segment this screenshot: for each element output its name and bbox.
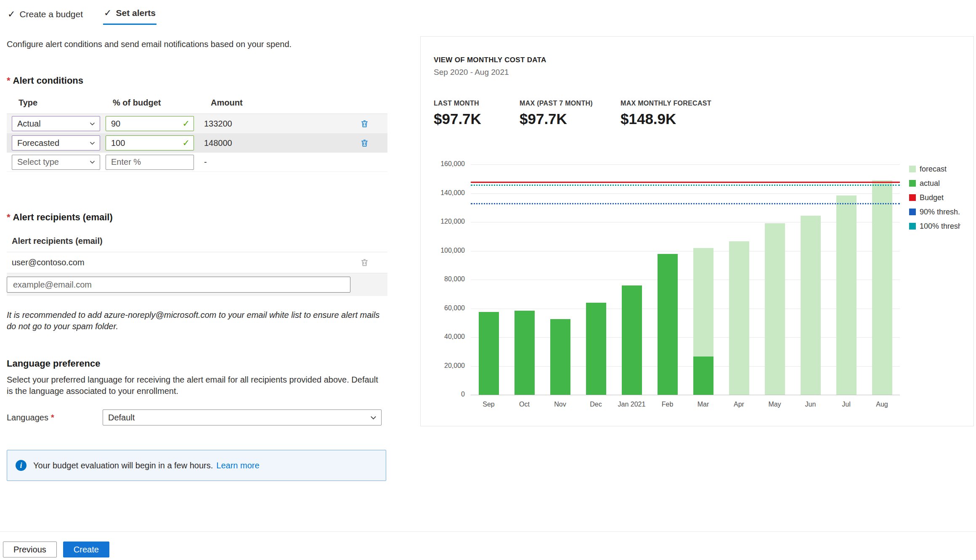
x-tick-label: Jun <box>793 401 828 408</box>
percent-of-budget-input[interactable] <box>106 116 194 131</box>
trash-icon <box>360 139 369 148</box>
info-banner: i Your budget evaluation will begin in a… <box>7 450 386 481</box>
condition-row: Forecasted ✓ 148000 <box>7 133 387 153</box>
footer-buttons: Previous Create <box>3 542 109 557</box>
y-tick-label: 80,000 <box>444 275 465 283</box>
alert-conditions-table: Type % of budget Amount Actual ✓ 133200 … <box>7 98 387 172</box>
label-text: Languages <box>7 413 48 422</box>
amount-value: 133200 <box>204 119 359 129</box>
bar-group <box>578 164 614 395</box>
bar-group <box>507 164 542 395</box>
valid-check-icon: ✓ <box>182 138 190 148</box>
chart-stats: LAST MONTH$97.7KMAX (PAST 7 MONTH)$97.7K… <box>434 100 960 127</box>
column-header-percent: % of budget <box>112 98 201 108</box>
bar-group <box>793 164 828 395</box>
y-tick-label: 0 <box>461 391 465 398</box>
required-asterisk: * <box>51 413 54 422</box>
recipient-input-row <box>7 273 387 296</box>
y-tick-label: 120,000 <box>440 218 465 225</box>
legend-swatch <box>909 209 916 215</box>
y-tick-label: 40,000 <box>444 333 465 341</box>
heading-text: Alert conditions <box>13 75 83 86</box>
actual-bar <box>693 357 713 395</box>
alert-type-select[interactable]: Actual <box>12 116 100 131</box>
language-row: Languages* Default <box>7 409 387 425</box>
cost-chart-panel: VIEW OF MONTHLY COST DATA Sep 2020 - Aug… <box>420 36 974 426</box>
select-placeholder: Select type <box>17 157 59 167</box>
forecast-bar <box>729 241 749 395</box>
y-tick-label: 160,000 <box>440 160 465 168</box>
x-tick-label: Mar <box>685 401 721 408</box>
stat-value: $97.7K <box>520 111 621 127</box>
stat-label: LAST MONTH <box>434 100 520 107</box>
tab-set-alerts[interactable]: ✓ Set alerts <box>103 6 156 25</box>
condition-row: Actual ✓ 133200 <box>7 114 387 133</box>
x-tick-label: Apr <box>721 401 757 408</box>
language-select[interactable]: Default <box>103 409 382 425</box>
forecast-bar <box>836 195 857 395</box>
bar-group <box>757 164 793 395</box>
x-tick-label: Dec <box>578 401 614 408</box>
chevron-down-icon <box>370 414 377 421</box>
stat-value: $148.9K <box>621 111 711 127</box>
actual-bar <box>586 303 606 395</box>
info-icon: i <box>16 460 27 471</box>
chart-region: 020,00040,00060,00080,000100,000120,0001… <box>434 164 960 408</box>
chevron-down-icon <box>89 140 95 146</box>
delete-condition-button[interactable] <box>359 119 370 129</box>
tab-create-a-budget[interactable]: ✓ Create a budget <box>7 7 84 25</box>
chevron-down-icon <box>89 121 95 127</box>
amount-value: - <box>204 157 387 167</box>
forecast-bar <box>801 216 821 395</box>
condition-row-empty: Select type - <box>7 153 387 172</box>
legend-swatch <box>909 166 916 172</box>
percent-of-budget-input[interactable] <box>106 135 194 151</box>
amount-value: 148000 <box>204 138 359 148</box>
learn-more-link[interactable]: Learn more <box>216 461 259 470</box>
recipient-email: user@contoso.com <box>12 258 85 267</box>
delete-recipient-button[interactable] <box>359 257 370 268</box>
create-button[interactable]: Create <box>63 542 109 557</box>
alert-type-select[interactable]: Select type <box>12 155 100 170</box>
chart-subtitle: Sep 2020 - Aug 2021 <box>434 68 960 77</box>
select-value: Forecasted <box>17 138 59 148</box>
x-tick-label: Feb <box>650 401 685 408</box>
legend-label: 90% thresh... <box>920 208 960 217</box>
trash-icon <box>360 258 369 267</box>
bars <box>471 164 900 395</box>
legend-label: forecast <box>920 165 947 174</box>
alert-conditions-heading: *Alert conditions <box>7 75 387 86</box>
x-tick-label: May <box>757 401 793 408</box>
delete-condition-button[interactable] <box>359 138 370 148</box>
heading-text: Alert recipients (email) <box>13 212 113 222</box>
bar-group <box>650 164 685 395</box>
banner-text: Your budget evaluation will begin in a f… <box>33 461 213 470</box>
stat-value: $97.7K <box>434 111 520 127</box>
bar-group <box>614 164 650 395</box>
column-header-amount: Amount <box>211 98 243 108</box>
legend-item: actual <box>909 179 960 188</box>
required-asterisk: * <box>7 212 11 222</box>
x-tick-label: Oct <box>507 401 542 408</box>
stat-block: LAST MONTH$97.7K <box>434 100 520 127</box>
percent-of-budget-input[interactable] <box>106 155 194 170</box>
chart-title: VIEW OF MONTHLY COST DATA <box>434 56 960 64</box>
new-recipient-email-input[interactable] <box>7 277 350 293</box>
actual-bar <box>515 311 535 395</box>
tab-label: Create a budget <box>19 9 83 19</box>
actual-bar <box>550 319 570 395</box>
legend-label: Budget <box>920 193 944 202</box>
chart-legend: forecastactualBudget90% thresh...100% th… <box>909 164 960 408</box>
stat-block: MAX MONTHLY FORECAST$148.9K <box>621 100 711 127</box>
legend-item: forecast <box>909 164 960 174</box>
y-axis-labels: 020,00040,00060,00080,000100,000120,0001… <box>434 164 467 395</box>
column-header-type: Type <box>19 98 107 108</box>
x-tick-label: Sep <box>471 401 507 408</box>
stat-block: MAX (PAST 7 MONTH)$97.7K <box>520 100 621 127</box>
bar-group <box>721 164 757 395</box>
previous-button[interactable]: Previous <box>3 542 57 557</box>
legend-swatch <box>909 223 916 230</box>
alert-type-select[interactable]: Forecasted <box>12 135 100 151</box>
table-header: Type % of budget Amount <box>7 98 387 114</box>
actual-bar <box>479 312 499 395</box>
